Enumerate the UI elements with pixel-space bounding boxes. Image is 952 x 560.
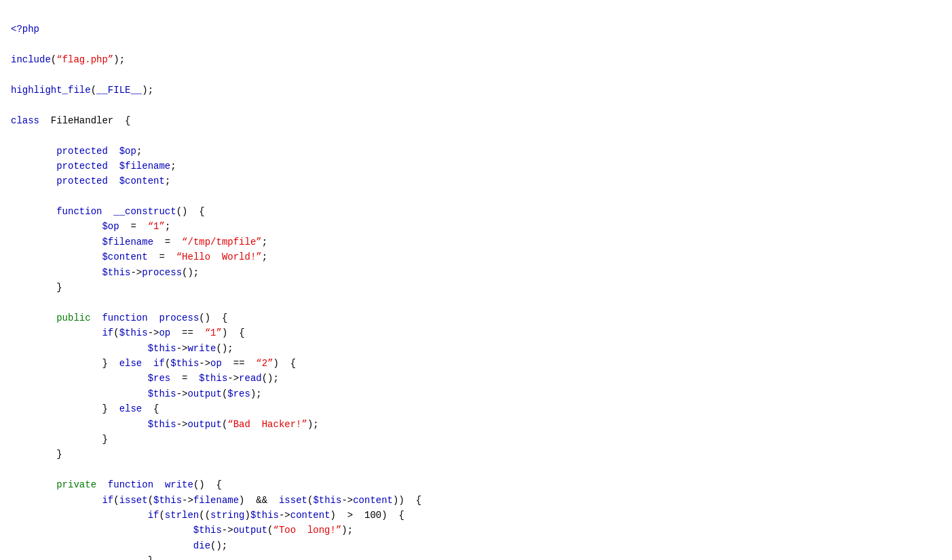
die-func: die [193,540,210,551]
include-keyword: include [11,54,51,65]
res-var: $res [148,373,171,384]
protected-keyword-filename: protected [56,161,108,172]
var-filename: $filename [119,161,171,172]
if-strlen: if [148,510,159,521]
this-process-call: $this [102,267,130,278]
paren-close: ) [113,54,119,65]
include-string: “flag.php” [56,54,113,65]
res-var-2: $res [227,388,250,399]
protected-keyword-op: protected [56,146,108,157]
write-name: write [165,479,193,490]
this-read: $this [199,373,227,384]
read-method: read [239,373,262,384]
else-keyword-1: else [119,358,142,369]
output-method-3: output [233,525,267,536]
op-prop-1: op [159,327,170,338]
function-keyword-process: function [102,313,147,323]
private-keyword: private [56,479,96,490]
if-keyword-2: if [153,358,165,369]
string-2-cmp: “2” [256,358,273,369]
isset-func-2: isset [279,495,307,506]
this-op-2: $this [170,358,199,369]
process-method: process [142,267,182,278]
isset-func: isset [119,495,148,506]
this-output-res: $this [148,388,176,399]
strlen-func: strlen [165,510,199,521]
var-content: $content [119,176,165,186]
file-constant: __FILE__ [96,85,142,96]
content-var: $content [102,252,147,262]
construct-name: __construct [113,206,176,217]
output-method-1: output [187,388,221,399]
number-100: 100 [364,510,381,521]
filename-prop: filename [193,495,239,506]
highlight-func: highlight_file [11,85,91,96]
this-content-isset: $this [313,495,341,506]
filename-var: $filename [102,237,153,247]
function-keyword-write: function [108,479,153,490]
public-keyword: public [56,313,90,323]
output-method-2: output [187,419,221,430]
function-keyword-construct: function [56,206,102,217]
content-prop-strlen: content [290,510,330,521]
write-method: write [187,343,216,354]
var-op: $op [119,146,136,157]
class-name: FileHandler [51,115,113,126]
op-prop-2: op [210,358,222,369]
op-var: $op [102,221,119,232]
string-bad: “Bad Hacker!” [227,419,307,430]
else-keyword-2: else [119,403,142,414]
string-tmpfile: “/tmp/tmpfile” [182,237,262,247]
process-name: process [159,313,199,323]
this-output-toolong: $this [193,525,222,536]
string-cast: string [210,510,244,521]
if-keyword-1: if [102,327,113,338]
string-toolong: “Too long!” [273,525,342,536]
string-hello: “Hello World!” [176,252,262,262]
class-keyword: class [11,115,39,126]
protected-keyword-content: protected [56,176,108,186]
if-isset: if [102,495,113,506]
paren-open: ( [51,54,56,65]
php-open-tag: <?php [11,24,39,35]
string-1: “1” [148,221,165,232]
this-op-1: $this [119,327,148,338]
this-write: $this [148,343,176,354]
string-1-cmp: “1” [205,327,222,338]
content-prop-isset: content [353,495,393,506]
this-filename: $this [153,495,182,506]
this-output-bad: $this [148,419,176,430]
code-viewer: <?php include(“flag.php”); highlight_fil… [11,7,941,560]
this-content-strlen: $this [250,510,279,521]
